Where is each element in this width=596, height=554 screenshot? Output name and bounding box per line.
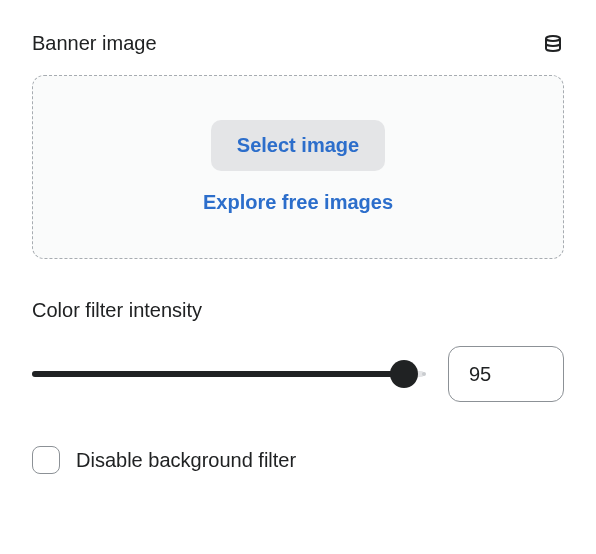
banner-header: Banner image	[32, 32, 564, 55]
intensity-row	[32, 346, 564, 402]
slider-fill	[32, 371, 404, 377]
svg-point-0	[546, 36, 560, 41]
intensity-label: Color filter intensity	[32, 299, 202, 321]
slider-tick	[422, 372, 426, 376]
select-image-button[interactable]: Select image	[211, 120, 385, 171]
intensity-input[interactable]	[448, 346, 564, 402]
slider-thumb[interactable]	[390, 360, 418, 388]
database-icon[interactable]	[542, 33, 564, 55]
explore-free-images-link[interactable]: Explore free images	[203, 191, 393, 214]
disable-filter-checkbox[interactable]	[32, 446, 60, 474]
banner-label: Banner image	[32, 32, 157, 55]
color-filter-section: Color filter intensity Disable backgroun…	[32, 299, 564, 474]
image-dropzone[interactable]: Select image Explore free images	[32, 75, 564, 259]
disable-filter-row: Disable background filter	[32, 446, 564, 474]
disable-filter-label[interactable]: Disable background filter	[76, 449, 296, 472]
intensity-slider[interactable]	[32, 358, 424, 390]
banner-image-section: Banner image Select image Explore free i…	[32, 32, 564, 259]
